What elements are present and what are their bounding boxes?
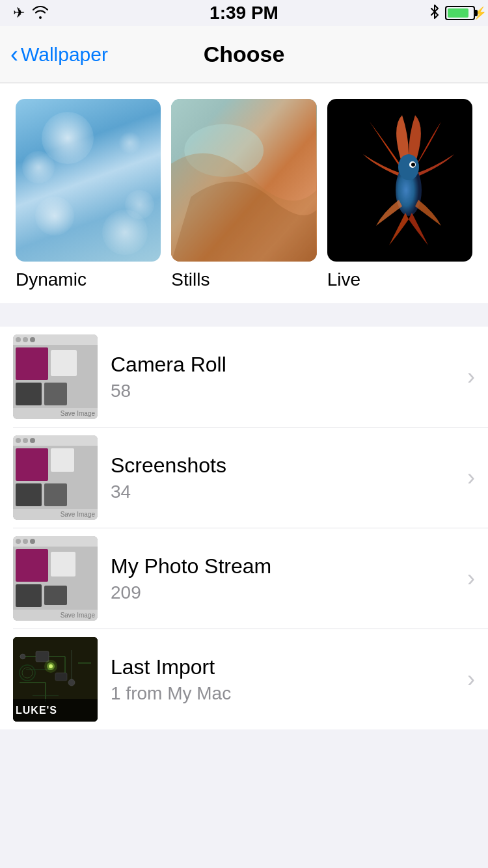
- last-import-count: 1 from My Mac: [111, 683, 462, 704]
- album-item-screenshots[interactable]: Save Image Screenshots 34 ›: [13, 427, 488, 528]
- svg-rect-15: [36, 651, 49, 662]
- album-item-photo-stream[interactable]: Save Image My Photo Stream 209 ›: [13, 528, 488, 629]
- bluetooth-icon: [429, 5, 440, 22]
- fish-icon: [363, 115, 454, 245]
- last-import-name: Last Import: [111, 655, 462, 679]
- camera-roll-thumbnail: Save Image: [13, 334, 98, 419]
- battery-container: ⚡: [445, 6, 475, 20]
- photo-stream-thumbnail: Save Image: [13, 536, 98, 621]
- bokeh-4: [118, 131, 141, 154]
- page-title: Choose: [204, 42, 285, 67]
- content: Dynamic: [0, 83, 488, 729]
- status-time: 1:39 PM: [210, 3, 278, 23]
- photo-stream-chevron-icon: ›: [467, 565, 475, 592]
- status-bar: ✈ 1:39 PM ⚡: [0, 0, 488, 26]
- back-label: Wallpaper: [21, 44, 108, 66]
- album-item-camera-roll[interactable]: Save Image Camera Roll 58 ›: [13, 327, 488, 427]
- section-separator: [0, 303, 488, 327]
- circuit-overlay: LUKE'S: [13, 699, 98, 722]
- last-import-info: Last Import 1 from My Mac: [111, 655, 462, 704]
- screenshots-name: Screenshots: [111, 454, 462, 478]
- back-button[interactable]: ‹ Wallpaper: [10, 43, 108, 66]
- photo-stream-count: 209: [111, 582, 462, 603]
- camera-roll-chevron-icon: ›: [467, 363, 475, 390]
- svg-point-3: [398, 154, 419, 180]
- dynamic-label: Dynamic: [16, 269, 87, 290]
- album-list: Save Image Camera Roll 58 ›: [0, 327, 488, 729]
- dynamic-thumbnail: [16, 99, 161, 262]
- battery-bolt-icon: ⚡: [472, 6, 487, 20]
- wallpaper-category-dynamic[interactable]: Dynamic: [16, 99, 161, 290]
- wallpaper-grid: Dynamic: [0, 83, 488, 290]
- svg-point-21: [49, 664, 53, 668]
- camera-roll-info: Camera Roll 58: [111, 353, 462, 401]
- photo-stream-name: My Photo Stream: [111, 554, 462, 578]
- svg-point-18: [68, 679, 75, 686]
- live-thumbnail: [327, 99, 472, 262]
- wifi-icon: [31, 5, 49, 22]
- wallpaper-category-stills[interactable]: Stills: [171, 99, 316, 290]
- battery-fill: [448, 8, 468, 18]
- screenshots-thumbnail: Save Image: [13, 435, 98, 520]
- live-label: Live: [327, 269, 360, 290]
- status-left-icons: ✈: [13, 5, 49, 22]
- last-import-thumbnail: LUKE'S: [13, 637, 98, 722]
- back-chevron-icon: ‹: [10, 43, 18, 66]
- screenshots-chevron-icon: ›: [467, 464, 475, 491]
- album-item-last-import[interactable]: LUKE'S Last Import 1 from My Mac ›: [13, 629, 488, 729]
- stills-label: Stills: [171, 269, 210, 290]
- svg-point-17: [20, 654, 25, 659]
- last-import-chevron-icon: ›: [467, 666, 475, 693]
- nav-bar: ‹ Wallpaper Choose: [0, 26, 488, 83]
- camera-roll-count: 58: [111, 381, 462, 401]
- circuit-text: LUKE'S: [16, 705, 57, 716]
- svg-point-5: [411, 163, 415, 167]
- screenshots-info: Screenshots 34: [111, 454, 462, 502]
- wallpaper-categories-section: Dynamic: [0, 83, 488, 303]
- photo-stream-info: My Photo Stream 209: [111, 554, 462, 603]
- bokeh-3: [102, 210, 148, 255]
- camera-roll-name: Camera Roll: [111, 353, 462, 377]
- battery-icon: ⚡: [445, 6, 475, 20]
- screenshots-count: 34: [111, 481, 462, 502]
- stills-thumbnail: [171, 99, 316, 262]
- wallpaper-category-live[interactable]: Live: [327, 99, 472, 290]
- status-right-icons: ⚡: [429, 5, 475, 22]
- airplane-icon: ✈: [13, 5, 25, 21]
- bokeh-1: [35, 197, 74, 236]
- svg-rect-16: [55, 673, 67, 681]
